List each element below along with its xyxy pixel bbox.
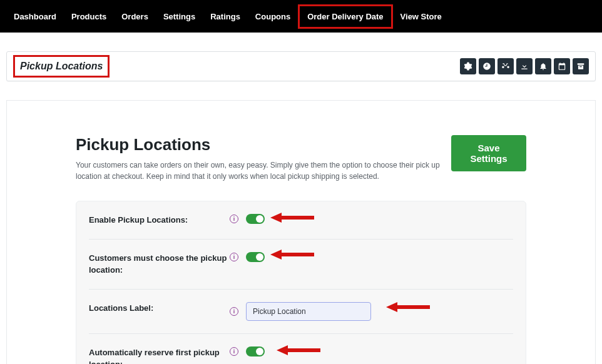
save-settings-button[interactable]: Save Settings [451,135,526,171]
svg-marker-1 [270,250,314,260]
info-icon[interactable]: i [230,253,238,261]
svg-marker-3 [277,345,320,355]
nav-order-delivery-date[interactable]: Order Delivery Date [298,4,392,29]
nav-orders[interactable]: Orders [114,6,156,27]
archive-icon[interactable] [573,58,589,74]
nav-coupons[interactable]: Coupons [248,6,298,27]
info-icon[interactable]: i [230,347,238,356]
calendar-icon[interactable] [554,58,570,74]
svg-marker-2 [386,302,430,312]
setting-row-must-choose: Customers must choose the pickup locatio… [89,240,513,290]
nav-settings[interactable]: Settings [156,6,203,27]
gear-icon[interactable] [460,58,476,74]
setting-label: Automatically reserve first pickup locat… [89,346,230,365]
nav-ratings[interactable]: Ratings [203,6,248,27]
nav-dashboard[interactable]: Dashboard [6,6,64,27]
toggle-auto-reserve[interactable] [246,346,265,356]
setting-label: Customers must choose the pickup locatio… [89,252,230,276]
annotation-arrow [270,247,314,262]
page-bar-icons [460,58,589,74]
info-icon[interactable]: i [230,307,238,316]
annotation-arrow [386,300,430,315]
setting-label: Locations Label: [89,302,230,315]
top-nav: Dashboard Products Orders Settings Ratin… [0,0,602,33]
annotation-arrow [270,210,314,225]
download-icon[interactable] [516,58,533,74]
svg-marker-0 [270,213,314,223]
clock-icon[interactable] [479,58,495,74]
bike-icon[interactable] [497,58,514,74]
annotation-arrow [277,343,320,358]
settings-panel: Enable Pickup Locations: i Customers mus… [76,201,526,364]
info-icon[interactable]: i [230,215,238,223]
content-card: Pickup Locations Your customers can take… [6,100,596,364]
setting-row-enable-pickup: Enable Pickup Locations: i [89,201,513,240]
setting-label: Enable Pickup Locations: [89,214,230,226]
page-title: Pickup Locations [13,55,110,78]
setting-row-locations-label: Locations Label: i [89,290,513,334]
content-subtext: Your customers can take orders on their … [76,159,451,182]
content-heading: Pickup Locations [76,135,451,154]
locations-label-input[interactable] [246,302,371,321]
toggle-enable-pickup[interactable] [246,214,265,224]
toggle-must-choose[interactable] [246,252,265,262]
bell-icon[interactable] [535,58,551,74]
nav-products[interactable]: Products [64,6,114,27]
setting-row-auto-reserve: Automatically reserve first pickup locat… [89,334,513,365]
nav-view-store[interactable]: View Store [393,6,449,27]
page-bar: Pickup Locations [6,51,596,81]
